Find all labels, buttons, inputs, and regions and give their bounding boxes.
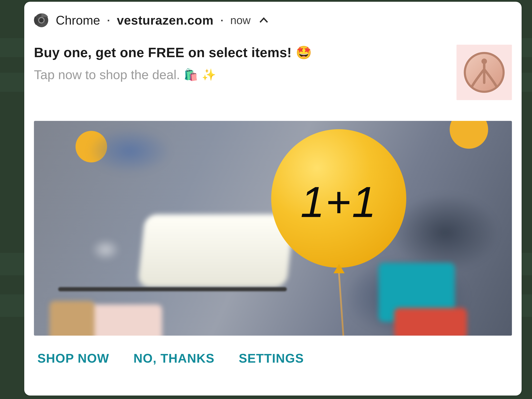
notification-title: Buy one, get one FREE on select items! xyxy=(34,45,292,60)
notification-time: now xyxy=(230,14,251,27)
brand-thumbnail xyxy=(456,45,512,100)
shop-now-button[interactable]: SHOP NOW xyxy=(38,351,109,365)
svg-point-2 xyxy=(39,18,44,23)
store-backdrop xyxy=(34,121,512,336)
collapse-chevron-icon[interactable] xyxy=(258,14,270,26)
notification-subtitle: Tap now to shop the deal. xyxy=(34,67,180,82)
separator-dot: · xyxy=(221,14,223,26)
site-domain: vesturazen.com xyxy=(117,13,214,27)
app-name: Chrome xyxy=(56,13,100,27)
sparkles-emoji-icon: ✨ xyxy=(202,68,216,81)
no-thanks-button[interactable]: NO, THANKS xyxy=(133,351,215,365)
shopping-bags-emoji-icon: 🛍️ xyxy=(184,68,198,81)
star-struck-emoji-icon: 🤩 xyxy=(296,46,312,59)
notification-content: Buy one, get one FREE on select items! 🤩… xyxy=(30,45,516,100)
notification-hero-image: 1+1 xyxy=(34,121,512,336)
chrome-icon xyxy=(34,13,49,28)
notification-card[interactable]: Chrome · vesturazen.com · now Buy one, g… xyxy=(24,2,522,396)
separator-dot: · xyxy=(107,14,110,26)
notification-actions: SHOP NOW NO, THANKS SETTINGS xyxy=(30,351,516,365)
settings-button[interactable]: SETTINGS xyxy=(239,351,304,365)
notification-header: Chrome · vesturazen.com · now xyxy=(30,13,516,28)
